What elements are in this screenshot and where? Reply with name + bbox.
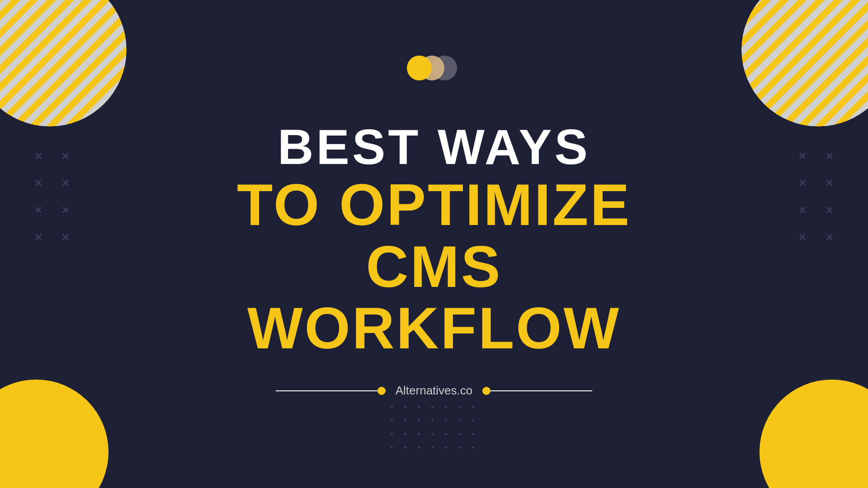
dot xyxy=(431,419,434,422)
dot xyxy=(404,406,406,408)
x-mark: × xyxy=(54,226,77,249)
x-mark: × xyxy=(54,199,77,221)
x-mark: × xyxy=(791,199,814,221)
x-mark: × xyxy=(27,145,50,167)
dot xyxy=(445,433,447,435)
title-line2: TO OPTIMIZE CMS xyxy=(163,174,705,297)
dot xyxy=(391,406,393,408)
deco-circle-top-left xyxy=(0,0,127,127)
dot xyxy=(418,446,420,449)
title-line3: WORKFLOW xyxy=(163,297,705,359)
dot xyxy=(445,406,447,408)
dot xyxy=(458,446,461,449)
dot xyxy=(445,446,447,449)
x-mark: × xyxy=(791,145,814,167)
x-marks-right: × × × × × × × × xyxy=(791,145,841,249)
dot xyxy=(391,419,393,422)
brand-name: Alternatives.co xyxy=(385,384,484,398)
dot xyxy=(404,433,406,435)
dot xyxy=(418,406,420,408)
x-mark: × xyxy=(27,199,50,221)
brand-row: Alternatives.co xyxy=(276,384,592,398)
logo-circles xyxy=(407,54,461,81)
x-mark: × xyxy=(818,172,841,194)
dot xyxy=(472,446,474,449)
x-marks-left: × × × × × × × × xyxy=(27,145,77,249)
deco-circle-bottom-right xyxy=(760,380,868,488)
dot xyxy=(458,419,461,422)
dot xyxy=(458,406,461,408)
dot xyxy=(431,433,434,435)
dot xyxy=(445,419,447,422)
x-mark: × xyxy=(791,226,814,249)
deco-circle-bottom-left xyxy=(0,380,108,488)
dot xyxy=(472,406,474,408)
x-mark: × xyxy=(818,145,841,167)
dot xyxy=(418,433,420,435)
title-line1: BEST WAYS xyxy=(163,119,705,174)
dot xyxy=(458,433,461,435)
brand-dot-right xyxy=(482,387,491,395)
x-mark: × xyxy=(818,226,841,249)
x-mark: × xyxy=(54,145,77,167)
x-mark: × xyxy=(27,172,50,194)
dots-pattern xyxy=(391,406,477,452)
dot xyxy=(404,446,406,449)
dot xyxy=(391,446,393,449)
x-mark: × xyxy=(791,172,814,194)
dot xyxy=(391,433,393,435)
x-mark: × xyxy=(27,226,50,249)
brand-line-left xyxy=(276,390,377,391)
main-scene: × × × × × × × × × × × × × × × × BEST WAY… xyxy=(0,0,868,488)
main-content: BEST WAYS TO OPTIMIZE CMS WORKFLOW xyxy=(163,119,705,359)
x-mark: × xyxy=(818,199,841,221)
brand-line-right xyxy=(491,390,592,391)
logo-circle-gold xyxy=(407,56,432,80)
x-mark: × xyxy=(54,172,77,194)
deco-circle-top-right xyxy=(741,0,868,127)
dot xyxy=(431,406,434,408)
dot xyxy=(472,433,474,435)
dot xyxy=(431,446,434,449)
dot xyxy=(418,419,420,422)
dot xyxy=(472,419,474,422)
dot xyxy=(404,419,406,422)
